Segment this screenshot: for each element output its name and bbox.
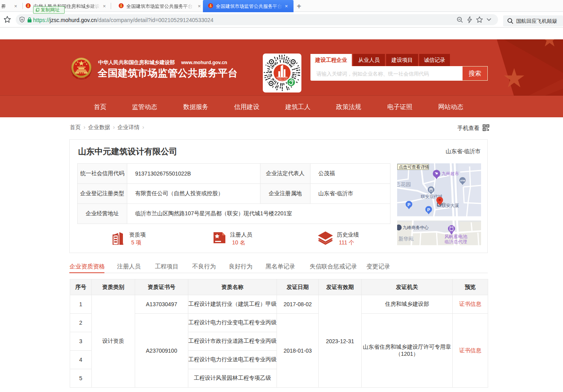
svg-text:九峰商务中心: 九峰商务中心 [403, 225, 429, 230]
svg-text:点击可查看详情: 点击可查看详情 [399, 165, 429, 169]
svg-text:临沂总代理: 临沂总代理 [444, 239, 467, 244]
svg-text:P: P [407, 202, 410, 207]
svg-text:ATM: ATM [460, 179, 465, 182]
svg-text:九州超市: 九州超市 [442, 171, 459, 176]
svg-text:公共服务平台: 公共服务平台 [279, 80, 286, 81]
svg-text:风帆蓄电池: 风帆蓄电池 [444, 234, 467, 239]
svg-text:己花园: 己花园 [397, 181, 411, 187]
svg-text:新华苑: 新华苑 [398, 236, 414, 242]
svg-text:P: P [427, 207, 430, 212]
